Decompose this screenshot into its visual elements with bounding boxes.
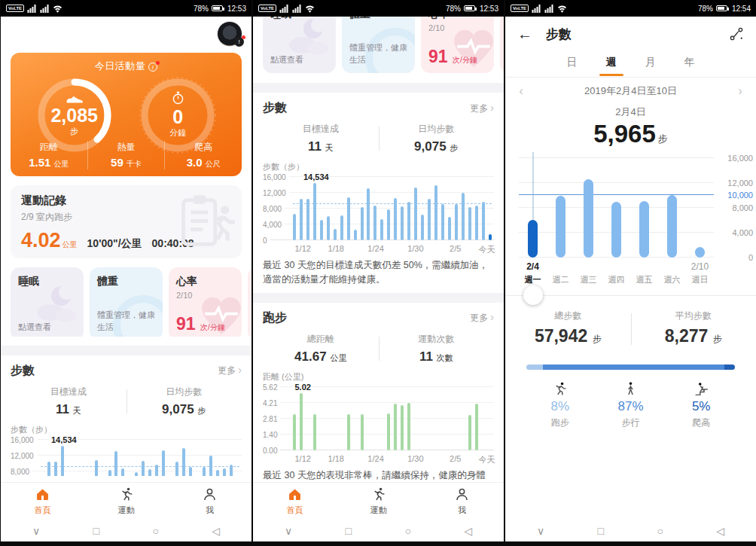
walk-segment <box>543 365 724 370</box>
nav-back-button[interactable]: ◁ <box>716 525 724 537</box>
nav-hide-button[interactable]: ∨ <box>537 525 544 537</box>
chart-bar <box>401 405 404 450</box>
sleep-tile[interactable]: 睡眠 點選查看 <box>263 17 336 73</box>
nav-recents-button[interactable]: □ <box>93 525 99 537</box>
sleep-tile[interactable]: 睡眠 點選查看 <box>11 267 84 337</box>
x-axis-label: 2/5 <box>450 244 461 253</box>
nav-hide-button[interactable]: ∨ <box>285 525 292 537</box>
tab-sport[interactable]: 運動 <box>337 483 420 520</box>
runner-icon <box>370 487 386 502</box>
chevron-right-icon: › <box>238 364 242 376</box>
tab-week[interactable]: 週 <box>592 51 631 77</box>
clock: 12:53 <box>227 5 246 13</box>
chart-axis-title: 步數（步） <box>11 424 242 435</box>
heart-rate-tile[interactable]: 心率 2/10 91 次/分鐘 <box>169 267 242 337</box>
clock: 12:54 <box>732 5 751 13</box>
info-icon[interactable]: i <box>148 63 157 72</box>
tab-home[interactable]: 首頁 <box>1 483 84 520</box>
weight-tile[interactable]: 體重 體重管理，健康生活 <box>342 17 415 73</box>
person-icon <box>454 487 470 502</box>
max-value-annotation: 5.02 <box>294 383 310 392</box>
share-icon[interactable] <box>729 26 744 41</box>
nav-recents-button[interactable]: □ <box>598 525 604 537</box>
workout-record-card[interactable]: 運動記錄 2/9 室內跑步 4.02公里 10'00"/公里 00:40:08 <box>11 185 242 258</box>
breakdown-run: 8% 跑步 <box>525 381 596 429</box>
chart-bar <box>293 214 296 240</box>
avatar[interactable]: ! <box>217 21 242 47</box>
chart-bar <box>135 472 138 476</box>
prev-week-button[interactable]: ‹ <box>513 84 529 99</box>
distance-stat: 距離 1.51 公里 <box>11 141 87 169</box>
nav-home-button[interactable]: ○ <box>657 525 663 537</box>
chart-bar <box>313 414 316 450</box>
steps-summary-section: 步數 更多› 目標達成 11 天 日均步數 9,075 步 步數（步） 16,0… <box>253 93 504 293</box>
steps-summary-section: 步數 更多› 目標達成 11 天 日均步數 9,075 步 步數（步） 16,0… <box>1 355 251 482</box>
selected-steps-value: 5,965步 <box>505 119 756 149</box>
week-day-label[interactable]: 週三 <box>575 261 602 285</box>
week-day-label[interactable]: 週五 <box>630 261 658 285</box>
steps-more-link[interactable]: 更多› <box>218 364 242 377</box>
week-day-label[interactable]: 週四 <box>602 261 630 285</box>
back-icon[interactable]: ← <box>517 26 532 43</box>
max-value-annotation: 14,534 <box>303 172 329 181</box>
nav-back-button[interactable]: ◁ <box>212 525 220 537</box>
chart-bar <box>175 462 178 476</box>
y-axis-label: 16,000 <box>727 154 753 163</box>
next-tile-sliver <box>248 267 251 337</box>
climb-segment <box>724 365 735 370</box>
run-more-link[interactable]: 更多› <box>470 311 494 325</box>
tab-me[interactable]: 我 <box>420 483 504 520</box>
nav-recents-button[interactable]: □ <box>346 525 352 537</box>
week-bar[interactable] <box>639 201 649 258</box>
nav-back-button[interactable]: ◁ <box>464 525 472 537</box>
next-week-button[interactable]: › <box>732 84 748 99</box>
week-bar[interactable] <box>667 195 677 257</box>
week-bar[interactable] <box>611 202 621 257</box>
y-axis-label: 0 <box>263 236 270 245</box>
chart-bar <box>367 188 370 240</box>
tab-home[interactable]: 首頁 <box>253 483 337 520</box>
chart-bar <box>354 230 357 240</box>
tab-day[interactable]: 日 <box>553 51 592 77</box>
week-day-label[interactable]: 2/4週一 <box>519 261 547 285</box>
week-day-label[interactable]: 週二 <box>547 261 575 285</box>
chart-bar <box>462 193 465 240</box>
section-divider <box>253 83 504 93</box>
chevron-right-icon: › <box>490 102 494 114</box>
heart-rate-value: 91 次/分鐘 <box>428 47 477 67</box>
week-bar[interactable] <box>695 247 705 257</box>
chart-x-axis: 1/121/181/241/302/5今天 <box>293 452 492 463</box>
slider-handle[interactable] <box>523 285 543 305</box>
chart-bar <box>441 204 444 240</box>
week-bar[interactable] <box>556 196 565 258</box>
chart-bar <box>54 462 57 476</box>
detail-header: ← 步數 <box>505 17 756 51</box>
x-axis-label: 1/30 <box>407 244 423 253</box>
battery-percent: 78% <box>194 5 209 13</box>
person-icon <box>202 487 218 502</box>
nav-home-button[interactable]: ○ <box>404 525 410 537</box>
week-bar[interactable] <box>584 179 593 257</box>
run-section-title: 跑步 <box>263 310 470 326</box>
x-axis-label: 1/30 <box>407 454 423 463</box>
weight-tile[interactable]: 體重 體重管理，健康生活 <box>90 267 163 337</box>
nav-home-button[interactable]: ○ <box>152 525 158 537</box>
steps-today-value: 2,085 <box>50 105 98 125</box>
tab-year[interactable]: 年 <box>670 51 709 77</box>
steps-more-link[interactable]: 更多› <box>470 102 494 115</box>
week-day-label[interactable]: 週六 <box>658 261 686 285</box>
chart-bar <box>182 448 185 476</box>
heart-rate-tile[interactable]: 心率 2/10 91 次/分鐘 <box>421 17 494 73</box>
week-bar[interactable] <box>528 220 538 257</box>
section-divider <box>1 346 251 355</box>
today-activity-card[interactable]: 今日活動量i 2,085 步 <box>11 53 242 176</box>
tab-sport[interactable]: 運動 <box>84 483 168 520</box>
selected-date: 2月4日 <box>505 105 756 119</box>
weight-hint: 體重管理，健康生活 <box>97 310 158 334</box>
week-day-label[interactable]: 2/10週日 <box>686 261 714 285</box>
nav-hide-button[interactable]: ∨ <box>32 525 40 537</box>
tab-month[interactable]: 月 <box>631 51 670 77</box>
page-title: 步數 <box>546 26 715 43</box>
average-line <box>41 466 239 467</box>
tab-me[interactable]: 我 <box>168 483 251 520</box>
